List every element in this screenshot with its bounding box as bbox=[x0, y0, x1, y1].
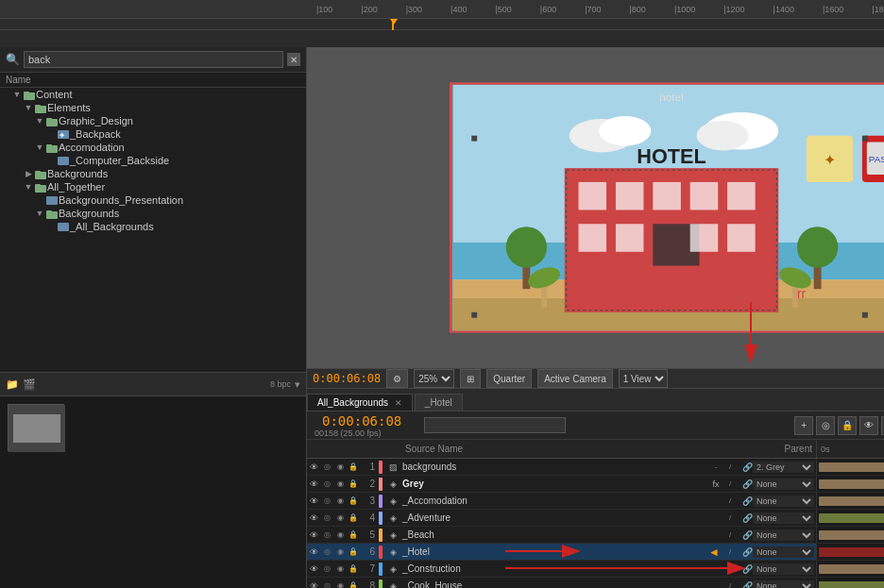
layer-audio-1[interactable]: ◎ bbox=[320, 459, 333, 476]
layer-audio-4[interactable]: ◎ bbox=[320, 510, 333, 527]
pen-btn-4[interactable]: / bbox=[723, 512, 737, 525]
tab-all-backgrounds[interactable]: All_Backgrounds ✕ bbox=[307, 394, 413, 411]
layer-lock-3[interactable]: 🔒 bbox=[347, 493, 360, 510]
layer-name-6[interactable]: _Hotel bbox=[400, 546, 706, 557]
new-folder-btn[interactable]: 📁 bbox=[6, 378, 19, 391]
layer-visibility-7[interactable]: 👁 bbox=[307, 561, 320, 578]
layer-name-4[interactable]: _Adventure bbox=[400, 512, 720, 523]
parent-select-2[interactable]: None bbox=[753, 479, 814, 490]
svg-point-47 bbox=[599, 116, 651, 146]
layer-timeline-7 bbox=[817, 561, 884, 577]
parent-chain-icon-1: 🔗 bbox=[742, 462, 753, 472]
pen-btn-3[interactable]: / bbox=[723, 495, 737, 508]
layer-solo-2[interactable]: ◉ bbox=[333, 476, 347, 493]
tree-item-graphic-design[interactable]: ▼ Graphic_Design bbox=[0, 114, 306, 127]
tree-item-backgrounds-2[interactable]: ▼ Backgrounds bbox=[0, 207, 306, 220]
preview-controls: 0:00:06:08 ⚙ 25% ⊞ Quarter Active Camera… bbox=[307, 368, 884, 389]
name-column-header: Name bbox=[0, 73, 306, 88]
layer-audio-6[interactable]: ◎ bbox=[320, 544, 333, 561]
layer-name-3[interactable]: _Accomodation bbox=[400, 496, 720, 506]
layer-lock-6[interactable]: 🔒 bbox=[347, 544, 360, 561]
preview-settings-btn[interactable]: ⚙ bbox=[386, 369, 408, 388]
layer-visibility-1[interactable]: 👁 bbox=[307, 459, 320, 476]
layer-lock-5[interactable]: 🔒 bbox=[347, 527, 360, 544]
tree-item-all-backgrounds[interactable]: _All_Backgrounds bbox=[0, 220, 306, 233]
tree-item-content[interactable]: ▼ Content bbox=[0, 88, 306, 101]
scroll-down-icon[interactable]: ▾ bbox=[295, 378, 300, 391]
svg-rect-27 bbox=[579, 182, 607, 210]
parent-select-4[interactable]: None bbox=[753, 512, 814, 524]
tab-close-btn[interactable]: ✕ bbox=[395, 398, 402, 408]
tree-item-elements[interactable]: ▼ Elements bbox=[0, 101, 306, 114]
pen-btn-7[interactable]: / bbox=[723, 563, 737, 576]
ruler-mark: |400 bbox=[450, 5, 467, 14]
layer-name-1[interactable]: backgrounds bbox=[400, 462, 706, 472]
pen-btn-6[interactable]: / bbox=[723, 546, 737, 559]
search-input[interactable] bbox=[24, 51, 283, 68]
parent-select-3[interactable]: None bbox=[753, 496, 814, 507]
pen-btn-5[interactable]: / bbox=[723, 529, 737, 542]
tree-item-all-together[interactable]: ▼ All_Together bbox=[0, 180, 306, 193]
layer-solo-4[interactable]: ◉ bbox=[333, 510, 347, 527]
layer-lock-7[interactable]: 🔒 bbox=[347, 561, 360, 578]
visibility-btn[interactable]: 👁 bbox=[859, 416, 878, 435]
svg-rect-55 bbox=[862, 136, 868, 142]
resolution-btn[interactable]: Quarter bbox=[486, 369, 532, 388]
layer-visibility-4[interactable]: 👁 bbox=[307, 510, 320, 527]
parent-select-8[interactable]: None bbox=[753, 580, 814, 589]
layer-visibility-5[interactable]: 👁 bbox=[307, 527, 320, 544]
lock-btn[interactable]: 🔒 bbox=[838, 416, 857, 435]
parent-select-1[interactable]: 2. Grey bbox=[753, 462, 814, 473]
layer-name-7[interactable]: _Construction bbox=[400, 563, 720, 574]
tree-item-accomodation[interactable]: ▼ Accomodation bbox=[0, 141, 306, 154]
layer-audio-5[interactable]: ◎ bbox=[320, 527, 333, 544]
tree-item-computer-backside[interactable]: _Computer_Backside bbox=[0, 154, 306, 167]
new-comp-btn[interactable]: 🎬 bbox=[23, 378, 36, 391]
zoom-select[interactable]: 25% bbox=[414, 369, 454, 388]
fit-btn[interactable]: ⊞ bbox=[460, 369, 481, 388]
tree-item-label: Backgrounds bbox=[47, 168, 108, 179]
project-tree[interactable]: ▼ Content ▼ Elements ▼ Graphic_Design bbox=[0, 88, 306, 372]
timeline-search-input[interactable] bbox=[424, 417, 566, 433]
pen-btn-2[interactable]: / bbox=[723, 478, 737, 491]
tree-item-backgrounds-1[interactable]: ▶ Backgrounds bbox=[0, 167, 306, 180]
layer-solo-7[interactable]: ◉ bbox=[333, 561, 347, 578]
new-layer-btn[interactable]: + bbox=[794, 416, 813, 435]
svg-rect-1 bbox=[24, 92, 29, 94]
layer-visibility-2[interactable]: 👁 bbox=[307, 476, 320, 493]
layer-solo-1[interactable]: ◉ bbox=[333, 459, 347, 476]
pen-btn-1[interactable]: / bbox=[723, 461, 737, 474]
search-clear-button[interactable]: ✕ bbox=[287, 53, 300, 66]
layer-visibility-8[interactable]: 👁 bbox=[307, 578, 320, 589]
layer-lock-1[interactable]: 🔒 bbox=[347, 459, 360, 476]
tree-item-label: _Computer_Backside bbox=[70, 155, 169, 166]
tree-item-backpack[interactable]: ◈ _Backpack bbox=[0, 127, 306, 141]
layer-audio-2[interactable]: ◎ bbox=[320, 476, 333, 493]
layer-solo-5[interactable]: ◉ bbox=[333, 527, 347, 544]
layer-solo-3[interactable]: ◉ bbox=[333, 493, 347, 510]
parent-select-6[interactable]: None bbox=[753, 546, 814, 558]
layer-visibility-6[interactable]: 👁 bbox=[307, 544, 320, 561]
layer-solo-8[interactable]: ◉ bbox=[333, 578, 347, 589]
pen-btn-8[interactable]: / bbox=[723, 580, 737, 589]
layer-lock-4[interactable]: 🔒 bbox=[347, 510, 360, 527]
layer-name-8[interactable]: _Cook_House bbox=[400, 580, 720, 588]
tab-hotel[interactable]: _Hotel bbox=[415, 394, 463, 411]
layer-lock-8[interactable]: 🔒 bbox=[347, 578, 360, 589]
solo-btn[interactable]: ◎ bbox=[816, 416, 835, 435]
fx-btn-1[interactable]: - bbox=[709, 461, 722, 474]
layer-audio-7[interactable]: ◎ bbox=[320, 561, 333, 578]
layer-lock-2[interactable]: 🔒 bbox=[347, 476, 360, 493]
layer-audio-3[interactable]: ◎ bbox=[320, 493, 333, 510]
parent-select-5[interactable]: None bbox=[753, 529, 814, 541]
parent-select-7[interactable]: None bbox=[753, 563, 814, 575]
layer-visibility-3[interactable]: 👁 bbox=[307, 493, 320, 510]
layer-name-5[interactable]: _Beach bbox=[400, 529, 720, 540]
layer-name-2[interactable]: Grey bbox=[400, 479, 706, 489]
layer-solo-6[interactable]: ◉ bbox=[333, 544, 347, 561]
view-select[interactable]: 1 View bbox=[619, 369, 668, 388]
svg-text:✦: ✦ bbox=[824, 152, 836, 168]
layer-audio-8[interactable]: ◎ bbox=[320, 578, 333, 589]
tree-item-backgrounds-presentation[interactable]: Backgrounds_Presentation bbox=[0, 193, 306, 207]
camera-btn[interactable]: Active Camera bbox=[537, 369, 613, 388]
